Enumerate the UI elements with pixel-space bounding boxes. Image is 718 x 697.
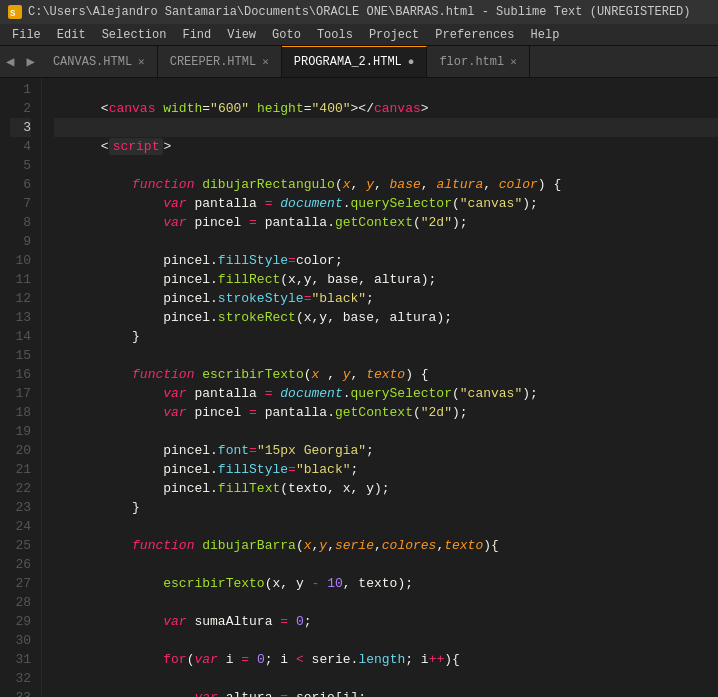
code-line-15: function escribirTexto(x , y, texto) {	[54, 346, 718, 365]
code-line-19: pincel.font="15px Georgia";	[54, 422, 718, 441]
menu-preferences[interactable]: Preferences	[427, 26, 522, 44]
line-num-2: 2	[10, 99, 31, 118]
line-num-21: 21	[10, 460, 31, 479]
tabs-bar: ◀ ▶ CANVAS.HTML ✕ CREEPER.HTML ✕ PROGRAM…	[0, 46, 718, 78]
code-line-28: var sumaAltura = 0;	[54, 593, 718, 612]
line-num-28: 28	[10, 593, 31, 612]
line-num-33: 33	[10, 688, 31, 697]
tab-creeper-close[interactable]: ✕	[262, 55, 269, 68]
line-num-32: 32	[10, 669, 31, 688]
app-icon: S	[8, 5, 22, 19]
menu-project[interactable]: Project	[361, 26, 427, 44]
code-line-9: pincel.fillStyle=color;	[54, 232, 718, 251]
line-num-18: 18	[10, 403, 31, 422]
menu-view[interactable]: View	[219, 26, 264, 44]
code-line-14	[54, 327, 718, 346]
line-num-20: 20	[10, 441, 31, 460]
svg-text:S: S	[10, 9, 16, 19]
code-line-23	[54, 498, 718, 517]
line-num-17: 17	[10, 384, 31, 403]
code-content[interactable]: <canvas width="600" height="400"></canva…	[42, 78, 718, 697]
tab-creeper[interactable]: CREEPER.HTML ✕	[158, 46, 282, 77]
line-num-9: 9	[10, 232, 31, 251]
code-line-5: function dibujarRectangulo(x, y, base, a…	[54, 156, 718, 175]
menu-file[interactable]: File	[4, 26, 49, 44]
code-line-32: var altura = serie[i];	[54, 669, 718, 688]
line-num-1: 1	[10, 80, 31, 99]
line-num-11: 11	[10, 270, 31, 289]
code-line-30: for(var i = 0; i < serie.length; i++){	[54, 631, 718, 650]
tab-canvas[interactable]: CANVAS.HTML ✕	[41, 46, 158, 77]
menu-tools[interactable]: Tools	[309, 26, 361, 44]
line-num-19: 19	[10, 422, 31, 441]
line-num-6: 6	[10, 175, 31, 194]
line-numbers: 1 2 3 4 5 6 7 8 9 10 11 12 13 14 15 16 1…	[0, 78, 42, 697]
tab-canvas-close[interactable]: ✕	[138, 55, 145, 68]
title-text: C:\Users\Alejandro Santamaria\Documents\…	[28, 5, 691, 19]
tab-flor-label: flor.html	[439, 55, 504, 69]
line-num-22: 22	[10, 479, 31, 498]
line-num-7: 7	[10, 194, 31, 213]
tab-programa[interactable]: PROGRAMA_2.HTML ●	[282, 46, 428, 77]
menu-help[interactable]: Help	[523, 26, 568, 44]
code-line-1: <canvas width="600" height="400"></canva…	[54, 80, 718, 99]
code-line-26: escribirTexto(x, y - 10, texto);	[54, 555, 718, 574]
line-num-25: 25	[10, 536, 31, 555]
line-num-3: 3	[10, 118, 31, 137]
line-num-4: 4	[10, 137, 31, 156]
menu-edit[interactable]: Edit	[49, 26, 94, 44]
line-num-27: 27	[10, 574, 31, 593]
code-line-24: function dibujarBarra(x,y,serie,colores,…	[54, 517, 718, 536]
code-area: 1 2 3 4 5 6 7 8 9 10 11 12 13 14 15 16 1…	[0, 78, 718, 697]
tab-flor[interactable]: flor.html ✕	[427, 46, 529, 77]
line-num-26: 26	[10, 555, 31, 574]
line-num-29: 29	[10, 612, 31, 631]
menu-goto[interactable]: Goto	[264, 26, 309, 44]
tab-programa-label: PROGRAMA_2.HTML	[294, 55, 402, 69]
line-num-16: 16	[10, 365, 31, 384]
menu-bar: File Edit Selection Find View Goto Tools…	[0, 24, 718, 46]
tab-canvas-label: CANVAS.HTML	[53, 55, 132, 69]
code-line-3: <script>	[54, 118, 718, 137]
tab-nav-prev[interactable]: ◀	[0, 53, 20, 70]
tab-programa-close[interactable]: ●	[408, 56, 415, 68]
line-num-5: 5	[10, 156, 31, 175]
menu-selection[interactable]: Selection	[94, 26, 175, 44]
line-num-24: 24	[10, 517, 31, 536]
tab-nav-next[interactable]: ▶	[20, 53, 40, 70]
line-num-15: 15	[10, 346, 31, 365]
line-num-30: 30	[10, 631, 31, 650]
line-num-23: 23	[10, 498, 31, 517]
line-num-31: 31	[10, 650, 31, 669]
menu-find[interactable]: Find	[174, 26, 219, 44]
line-num-12: 12	[10, 289, 31, 308]
line-num-13: 13	[10, 308, 31, 327]
tab-flor-close[interactable]: ✕	[510, 55, 517, 68]
line-num-10: 10	[10, 251, 31, 270]
title-bar: S C:\Users\Alejandro Santamaria\Document…	[0, 0, 718, 24]
line-num-8: 8	[10, 213, 31, 232]
tab-creeper-label: CREEPER.HTML	[170, 55, 256, 69]
line-num-14: 14	[10, 327, 31, 346]
